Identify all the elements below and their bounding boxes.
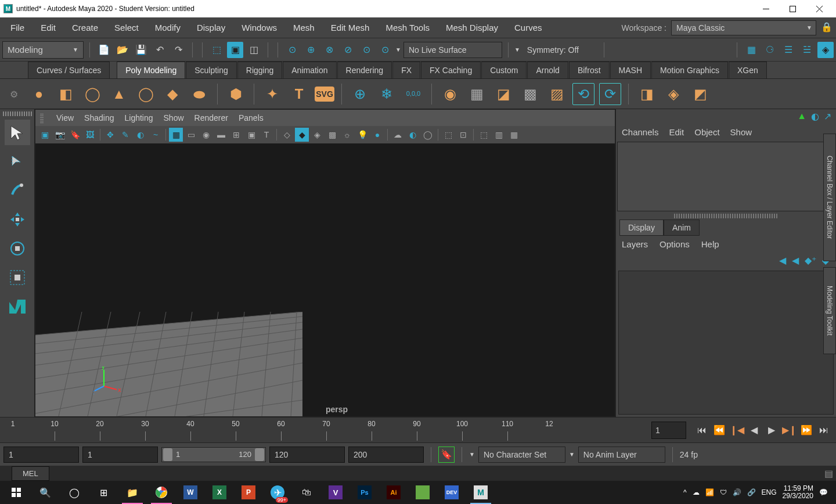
anim-end-field[interactable]: 200 <box>348 447 424 463</box>
vp-resolution-gate-icon[interactable]: ◉ <box>199 128 213 142</box>
move-tool[interactable] <box>5 207 30 232</box>
vp-wireframe-icon[interactable]: ◇ <box>280 128 294 142</box>
current-frame-field[interactable]: 1 <box>651 422 686 439</box>
script-editor-icon[interactable]: ▤ <box>821 468 836 479</box>
snap-grid-icon[interactable]: ⊙ <box>284 42 300 58</box>
menu-edit-mesh[interactable]: Edit Mesh <box>323 19 378 36</box>
toggle-4-icon[interactable]: ☱ <box>799 42 815 58</box>
bevel-icon[interactable]: ◈ <box>662 83 684 105</box>
vp-expose-icon[interactable]: ▥ <box>492 128 506 142</box>
tray-defender-icon[interactable]: 🛡 <box>720 488 727 496</box>
snap-toggle-icon[interactable]: ⊙ <box>377 42 393 58</box>
vp-menu-lighting[interactable]: Lighting <box>124 113 153 123</box>
menu-select[interactable]: Select <box>106 19 147 36</box>
toggle-5-icon[interactable]: ◈ <box>817 42 834 58</box>
taskbar-devcpp[interactable]: DEV <box>438 481 466 504</box>
workspace-dropdown[interactable]: Maya Classic▼ <box>671 20 816 35</box>
panel-divider[interactable] <box>674 214 778 218</box>
toggle-2-icon[interactable]: ⚆ <box>762 42 778 58</box>
tray-wifi-icon[interactable]: 📶 <box>705 488 714 496</box>
menu-mesh[interactable]: Mesh <box>285 19 323 36</box>
bridge-icon[interactable]: ◩ <box>689 83 711 105</box>
select-hierarchy-icon[interactable]: ⬚ <box>208 42 225 58</box>
time-track[interactable]: 1 10 20 30 40 50 60 70 80 90 100 110 12 <box>0 417 648 443</box>
platonic-icon[interactable]: ⬢ <box>225 83 247 105</box>
shelf-tab-polymodeling[interactable]: Poly Modeling <box>117 62 185 78</box>
vp-aa-icon[interactable]: ◯ <box>421 128 435 142</box>
cortana-icon[interactable]: ◯ <box>60 481 88 504</box>
playback-start-field[interactable]: 1 <box>82 447 158 463</box>
poly-sphere-icon[interactable]: ● <box>28 83 50 105</box>
tray-clock[interactable]: 11:59 PM 29/3/2020 <box>783 485 813 500</box>
go-start-icon[interactable]: ⏮ <box>694 423 709 438</box>
chbox-tab-channels[interactable]: Channels <box>622 127 658 137</box>
menu-create[interactable]: Create <box>64 19 106 36</box>
vp-fog-icon[interactable]: ☁ <box>391 128 405 142</box>
snap-point-icon[interactable]: ⊗ <box>321 42 337 58</box>
poly-cone-icon[interactable]: ▲ <box>108 83 130 105</box>
anim-start-field[interactable]: 1 <box>3 447 79 463</box>
vp-xray-icon[interactable]: ⊡ <box>456 128 470 142</box>
range-bar[interactable]: 1 120 <box>161 447 266 462</box>
mirror-icon[interactable]: ⟲ <box>572 83 594 105</box>
rotate-tool[interactable] <box>5 236 30 261</box>
chbox-tab-show[interactable]: Show <box>730 127 752 137</box>
vp-menu-view[interactable]: View <box>56 113 74 123</box>
lasso-tool[interactable] <box>5 149 30 174</box>
toggle-1-icon[interactable]: ▦ <box>743 42 759 58</box>
boolean-icon[interactable]: ▩ <box>519 83 541 105</box>
poly-cube-icon[interactable]: ◧ <box>55 83 77 105</box>
range-handle-left[interactable] <box>163 448 172 461</box>
vp-xray-joints-icon[interactable]: ⬚ <box>477 128 491 142</box>
combine-icon[interactable]: ◉ <box>439 83 461 105</box>
tray-language[interactable]: ENG <box>762 488 777 496</box>
vp-menu-renderer[interactable]: Renderer <box>194 113 228 123</box>
shelf-tab-xgen[interactable]: XGen <box>729 62 767 78</box>
select-object-icon[interactable]: ▣ <box>227 42 243 58</box>
layer-tab-display[interactable]: Display <box>619 219 664 236</box>
shelf-tab-bifrost[interactable]: Bifrost <box>569 62 610 78</box>
vp-menu-shading[interactable]: Shading <box>84 113 114 123</box>
menu-mesh-display[interactable]: Mesh Display <box>438 19 506 36</box>
open-scene-icon[interactable]: 📂 <box>114 42 131 58</box>
drag-handle[interactable] <box>40 113 44 123</box>
poly-disc-icon[interactable]: ⬬ <box>188 83 210 105</box>
shelf-tab-custom[interactable]: Custom <box>481 62 527 78</box>
task-view-icon[interactable]: ⊞ <box>89 481 117 504</box>
taskbar-illustrator[interactable]: Ai <box>380 481 408 504</box>
popout-icon[interactable]: ↗ <box>824 111 831 122</box>
mel-tab[interactable]: MEL <box>12 466 49 481</box>
tray-volume-icon[interactable]: 🔊 <box>733 488 741 496</box>
taskbar-powerpoint[interactable]: P <box>235 481 262 504</box>
vp-layout-icon[interactable]: ▦ <box>507 128 521 142</box>
vp-textured-icon[interactable]: ▩ <box>325 128 339 142</box>
vp-field-chart-icon[interactable]: ⊞ <box>229 128 243 142</box>
vp-bookmark-icon[interactable]: 🔖 <box>68 128 82 142</box>
shelf-tab-motiongraphics[interactable]: Motion Graphics <box>651 62 728 78</box>
new-scene-icon[interactable]: 📄 <box>96 42 112 58</box>
auto-key-icon[interactable]: 🔖 <box>438 447 455 463</box>
poly-cylinder-icon[interactable]: ◯ <box>81 83 103 105</box>
taskbar-maya[interactable]: M <box>467 481 495 504</box>
vp-ao-icon[interactable]: ● <box>370 128 384 142</box>
search-icon[interactable]: 🔍 <box>31 481 59 504</box>
undo-icon[interactable]: ↶ <box>152 42 168 58</box>
shelf-tab-fxcaching[interactable]: FX Caching <box>421 62 481 78</box>
extrude-icon[interactable]: ◨ <box>636 83 658 105</box>
menu-windows[interactable]: Windows <box>233 19 285 36</box>
vp-safe-title-icon[interactable]: T <box>260 128 273 142</box>
command-input[interactable] <box>49 466 821 481</box>
taskbar-excel[interactable]: X <box>206 481 233 504</box>
poly-torus-icon[interactable]: ◯ <box>135 83 157 105</box>
snap-plane-icon[interactable]: ⊘ <box>340 42 356 58</box>
viewport-3d[interactable]: x y z persp <box>35 143 615 416</box>
axis-mini-icon[interactable]: ▲ <box>797 111 806 121</box>
snap-live-icon[interactable]: ⊙ <box>358 42 374 58</box>
vp-grease-icon[interactable]: ✎ <box>118 128 132 142</box>
vp-image-plane-icon[interactable]: 🖼 <box>83 128 97 142</box>
super-shape-icon[interactable]: ✦ <box>261 83 283 105</box>
vp-gate-mask-icon[interactable]: ▬ <box>214 128 228 142</box>
taskbar-explorer[interactable]: 📁 <box>118 481 146 504</box>
step-back-icon[interactable]: ❙◀ <box>729 423 744 438</box>
live-surface-field[interactable]: No Live Surface <box>403 42 502 58</box>
